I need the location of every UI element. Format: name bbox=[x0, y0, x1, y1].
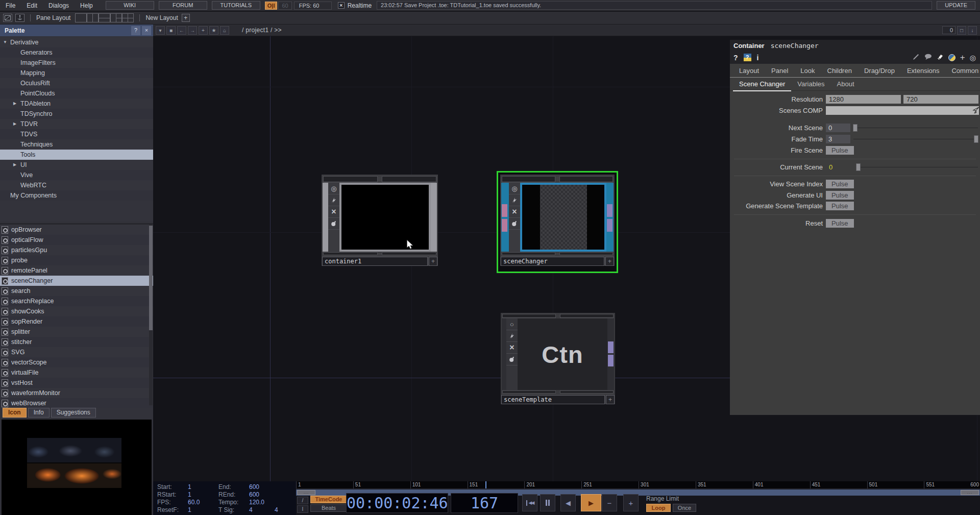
render-flag-icon[interactable] bbox=[506, 354, 518, 365]
layout-vsplit-button[interactable] bbox=[87, 13, 99, 22]
play-reverse-button[interactable]: ◀ bbox=[560, 494, 576, 511]
timeline-field-value[interactable]: 600 bbox=[249, 491, 259, 498]
list-item-SVG[interactable]: SVG bbox=[0, 347, 153, 357]
list-item-sceneChanger[interactable]: sceneChanger bbox=[0, 276, 153, 286]
param-tab-Panel[interactable]: Panel bbox=[765, 67, 794, 77]
network-path-breadcrumb[interactable]: / project1 / >> bbox=[242, 27, 282, 34]
tree-item-Vive[interactable]: Vive bbox=[0, 170, 153, 180]
palette-close-button[interactable]: × bbox=[142, 26, 151, 35]
frame-display[interactable]: 167 bbox=[451, 493, 518, 513]
view-scene-index-pulse-button[interactable]: Pulse bbox=[826, 180, 854, 188]
forum-button[interactable]: FORUM bbox=[159, 1, 207, 10]
palette-tab-Info[interactable]: Info bbox=[28, 408, 50, 418]
param-tab-Drag/Drop[interactable]: Drag/Drop bbox=[858, 67, 901, 77]
tree-item-Generators[interactable]: Generators bbox=[0, 47, 153, 58]
tree-item-UI[interactable]: ▶UI bbox=[0, 160, 153, 170]
node-right-edge[interactable] bbox=[431, 183, 437, 252]
list-item-virtualFile[interactable]: virtualFile bbox=[0, 367, 153, 378]
node-name-field[interactable]: sceneChanger bbox=[501, 257, 604, 266]
menu-dialogs[interactable]: Dialogs bbox=[43, 0, 75, 11]
tree-item-TDVS[interactable]: TDVS bbox=[0, 129, 153, 139]
list-item-search[interactable]: search bbox=[0, 286, 153, 296]
node-right-edge[interactable] bbox=[607, 318, 614, 390]
timeline-ruler[interactable]: 151101151201251301351401451501551600 bbox=[296, 481, 980, 489]
layout-grid-button[interactable] bbox=[122, 13, 134, 22]
node-viewer[interactable] bbox=[520, 183, 606, 252]
menu-help[interactable]: Help bbox=[75, 0, 99, 11]
frame-mode-button[interactable]: / bbox=[297, 497, 308, 504]
chevron-down-icon[interactable]: ▼ bbox=[3, 37, 7, 47]
slider-handle[interactable] bbox=[853, 124, 857, 132]
list-item-opticalFlow[interactable]: opticalFlow bbox=[0, 235, 153, 245]
output-connector[interactable] bbox=[607, 204, 612, 217]
add-bookmark-icon[interactable]: + bbox=[199, 26, 208, 35]
tree-item-TDSynchro[interactable]: TDSynchro bbox=[0, 109, 153, 119]
current-scene-value[interactable]: 0 bbox=[829, 163, 853, 171]
slider-handle[interactable] bbox=[856, 163, 861, 171]
range-end-handle[interactable]: ... bbox=[961, 490, 979, 495]
palette-list-scrollbar[interactable] bbox=[149, 225, 153, 405]
palette-tab-Icon[interactable]: Icon bbox=[3, 408, 27, 418]
list-item-webBrowser[interactable]: webBrowser bbox=[0, 398, 153, 408]
list-item-searchReplace[interactable]: searchReplace bbox=[0, 296, 153, 306]
viewer-active-flag-icon[interactable]: ◎ bbox=[328, 183, 339, 194]
anchor-icon[interactable] bbox=[15, 14, 24, 22]
list-item-vstHost[interactable]: vstHost bbox=[0, 378, 153, 388]
output-connector[interactable] bbox=[608, 355, 614, 366]
list-item-waveformMonitor[interactable]: waveformMonitor bbox=[0, 388, 153, 398]
timeline-field-value[interactable]: 1 bbox=[188, 483, 191, 491]
generate-ui-pulse-button[interactable]: Pulse bbox=[826, 191, 854, 200]
current-scene-slider[interactable] bbox=[855, 163, 979, 171]
viewer-inactive-flag-icon[interactable]: ○ bbox=[506, 318, 518, 330]
tree-item-WebRTC[interactable]: WebRTC bbox=[0, 180, 153, 190]
node-name-field[interactable]: container1 bbox=[322, 257, 428, 266]
fade-time-field[interactable]: 3 bbox=[826, 135, 850, 143]
maximize-pane-icon[interactable]: □ bbox=[957, 26, 966, 35]
viewer-active-flag-icon[interactable]: ◎ bbox=[509, 183, 520, 194]
timeline-field-value[interactable]: 1 bbox=[188, 491, 191, 498]
chevron-right-icon[interactable]: ▶ bbox=[13, 99, 16, 109]
param-subtab-About[interactable]: About bbox=[831, 80, 861, 90]
tutorials-button[interactable]: TUTORIALS bbox=[212, 1, 260, 10]
node-top-connectors[interactable] bbox=[501, 313, 615, 318]
node-top-connectors[interactable] bbox=[322, 175, 438, 183]
step-forward-button[interactable]: + bbox=[623, 494, 639, 511]
bookmark-star-icon[interactable]: ★ bbox=[209, 26, 218, 35]
scenes-comp-field[interactable] bbox=[826, 106, 979, 115]
layout-three-button[interactable] bbox=[110, 13, 122, 22]
list-item-splitter[interactable]: splitter bbox=[0, 327, 153, 337]
info-icon[interactable]: i bbox=[757, 54, 759, 62]
wiki-button[interactable]: WIKI bbox=[106, 1, 154, 10]
input-connector[interactable] bbox=[502, 204, 507, 217]
node-add-button[interactable]: + bbox=[605, 257, 614, 266]
pane-window-icon[interactable] bbox=[3, 14, 12, 22]
timeline-field-value[interactable]: 4 bbox=[275, 506, 278, 513]
node-add-button[interactable]: + bbox=[429, 257, 437, 266]
python-icon[interactable] bbox=[948, 54, 955, 61]
node-left-edge[interactable] bbox=[323, 183, 328, 252]
clone-immune-flag-icon[interactable] bbox=[328, 194, 339, 206]
midi-oi-toggle[interactable]: O|I bbox=[265, 2, 278, 10]
playhead[interactable] bbox=[485, 481, 486, 488]
tree-item-Derivative[interactable]: ▼Derivative bbox=[0, 37, 153, 47]
node-bottom-connectors[interactable] bbox=[322, 252, 438, 256]
node-name-field[interactable]: sceneTemplate bbox=[501, 395, 605, 404]
palette-help-button[interactable]: ? bbox=[131, 26, 140, 35]
jump-to-start-button[interactable]: ◀◀ bbox=[522, 494, 537, 511]
network-editor[interactable]: ▾ ■ ← → + ★ ⌂ / project1 / >> 0 □ ↓ ◎ × bbox=[153, 24, 980, 481]
node-top-connectors[interactable] bbox=[500, 175, 615, 183]
node-scenetemplate[interactable]: ○ × Ctn sceneTemplate + bbox=[501, 313, 615, 404]
timeline-field-value[interactable]: 4 bbox=[249, 506, 253, 513]
timeline-field-value[interactable]: 1 bbox=[188, 506, 191, 513]
tree-item-TDAbleton[interactable]: ▶TDAbleton bbox=[0, 99, 153, 109]
timecode-toggle[interactable]: TimeCode bbox=[310, 496, 347, 503]
pause-button[interactable] bbox=[540, 494, 555, 511]
play-forward-button[interactable]: ▶ bbox=[581, 494, 601, 511]
forward-arrow-icon[interactable]: → bbox=[188, 26, 197, 35]
list-item-sopRender[interactable]: sopRender bbox=[0, 316, 153, 327]
node-left-edge[interactable] bbox=[501, 183, 509, 252]
bypass-flag-icon[interactable]: × bbox=[509, 206, 520, 218]
param-subtab-Scene Changer[interactable]: Scene Changer bbox=[733, 80, 791, 90]
bypass-flag-icon[interactable]: × bbox=[506, 342, 518, 354]
output-connector[interactable] bbox=[608, 341, 614, 353]
